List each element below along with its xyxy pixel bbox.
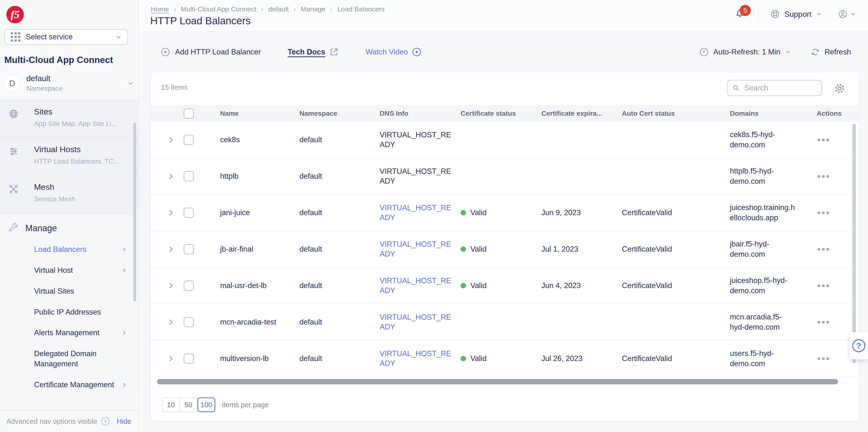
dns-info-link[interactable]: VIRTUAL_HOST_READY xyxy=(380,312,453,332)
column-header-auto-cert-status[interactable]: Auto Cert status xyxy=(622,110,730,118)
column-header-domains[interactable]: Domains xyxy=(730,110,817,118)
external-link-icon xyxy=(329,47,339,57)
actions-menu-button[interactable] xyxy=(817,209,849,217)
breadcrumb-item[interactable]: Multi-Cloud App Connect xyxy=(181,5,256,13)
row-checkbox[interactable] xyxy=(184,280,194,291)
product-title: Multi-Cloud App Connect xyxy=(4,55,138,65)
sidebar-item-sites[interactable]: Sites App Site Map, App Site Li... xyxy=(0,101,138,138)
sidebar-item-public-ip-addresses[interactable]: Public IP Addresses xyxy=(9,307,138,317)
auto-cert-status: CertificateValid xyxy=(622,354,730,363)
breadcrumb-home[interactable]: Home xyxy=(151,5,169,13)
row-checkbox[interactable] xyxy=(184,171,194,181)
sidebar-item-load-balancers[interactable]: Load Balancers xyxy=(9,244,138,255)
actions-menu-button[interactable] xyxy=(817,319,849,326)
status-dot xyxy=(461,356,466,361)
dns-info-link[interactable]: VIRTUAL_HOST_READY xyxy=(380,276,453,296)
breadcrumb-item[interactable]: default xyxy=(268,5,289,13)
status-dot xyxy=(461,246,466,252)
actions-menu-button[interactable] xyxy=(817,245,849,253)
row-checkbox[interactable] xyxy=(184,135,194,145)
sidebar-item-mesh[interactable]: Mesh Service Mesh xyxy=(0,176,138,214)
table-settings-button[interactable] xyxy=(834,83,845,95)
help-button[interactable] xyxy=(849,332,868,359)
table-vertical-scrollbar[interactable] xyxy=(852,124,856,363)
app-root: f5 Select service Multi-Cloud App Connec… xyxy=(0,0,868,432)
search-input[interactable] xyxy=(744,84,816,92)
page-size-10-button[interactable]: 10 xyxy=(162,397,180,412)
sidebar-item-label: Load Balancers xyxy=(34,244,121,255)
auto-refresh-dropdown[interactable]: Auto-Refresh: 1 Min xyxy=(699,47,791,57)
notifications-button[interactable]: 5 xyxy=(735,9,745,20)
tech-docs-label: Tech Docs xyxy=(288,48,325,57)
actions-menu-button[interactable] xyxy=(817,136,849,144)
row-checkbox[interactable] xyxy=(184,208,194,218)
breadcrumb-item[interactable]: Load Balancers xyxy=(337,5,385,13)
auto-refresh-label: Auto-Refresh: 1 Min xyxy=(713,48,780,57)
namespace-avatar: D xyxy=(4,75,20,91)
row-expander-icon[interactable] xyxy=(166,245,175,253)
sidebar-item-virtual-host[interactable]: Virtual Host xyxy=(9,265,138,275)
row-checkbox[interactable] xyxy=(184,244,194,254)
row-expander-icon[interactable] xyxy=(166,318,175,326)
sidebar-item-alerts-management[interactable]: Alerts Management xyxy=(9,328,138,338)
column-header-dns-info[interactable]: DNS Info xyxy=(380,110,461,118)
certificate-expiration: Jun 4, 2023 xyxy=(541,281,622,290)
select-service-dropdown[interactable]: Select service xyxy=(4,29,128,45)
actions-menu-button[interactable] xyxy=(817,282,849,290)
column-header-certificate-status[interactable]: Certificate status xyxy=(461,110,541,118)
info-icon xyxy=(101,417,110,426)
question-icon xyxy=(852,339,865,352)
lb-name: jb-air-final xyxy=(220,245,299,254)
column-header-certificate-expiration[interactable]: Certificate expira... xyxy=(541,110,622,118)
tech-docs-link[interactable]: Tech Docs xyxy=(288,47,339,57)
dns-info-link[interactable]: VIRTUAL_HOST_READY xyxy=(380,239,453,259)
row-checkbox[interactable] xyxy=(184,354,194,364)
column-header-namespace[interactable]: Namespace xyxy=(299,110,380,118)
breadcrumb-item[interactable]: Manage xyxy=(301,5,326,13)
chevron-down-icon xyxy=(850,11,856,17)
sidebar-item-virtual-sites[interactable]: Virtual Sites xyxy=(9,286,138,296)
row-expander-icon[interactable] xyxy=(166,172,175,180)
row-expander-icon[interactable] xyxy=(166,208,175,217)
toolbar-left: Add HTTP Load Balancer Tech Docs Watch V… xyxy=(160,47,422,57)
table-row: mal-usr-det-lb default VIRTUAL_HOST_READ… xyxy=(151,268,859,304)
logo-container: f5 xyxy=(0,0,138,23)
clock-icon xyxy=(699,47,709,57)
dns-info-link[interactable]: VIRTUAL_HOST_READY xyxy=(380,203,453,223)
namespace-selector[interactable]: D default Namespace xyxy=(4,74,134,100)
row-expander-icon[interactable] xyxy=(166,355,175,363)
row-checkbox[interactable] xyxy=(184,317,194,327)
sidebar-item-delegated-domain-management[interactable]: Delegated Domain Management xyxy=(9,348,138,369)
support-menu[interactable]: Support xyxy=(770,9,822,19)
page-size-100-button[interactable]: 100 xyxy=(197,397,215,412)
row-expander-icon[interactable] xyxy=(166,281,175,290)
page-size-50-button[interactable]: 50 xyxy=(180,397,197,412)
column-header-name[interactable]: Name xyxy=(220,110,299,118)
lb-namespace: default xyxy=(299,135,380,144)
table-horizontal-scrollbar[interactable] xyxy=(157,379,838,384)
watch-video-link[interactable]: Watch Video xyxy=(366,47,422,57)
select-all-checkbox[interactable] xyxy=(184,108,194,119)
actions-menu-button[interactable] xyxy=(817,355,849,363)
auto-cert-status: CertificateValid xyxy=(622,281,730,290)
search-box xyxy=(727,80,822,96)
user-icon xyxy=(838,9,847,19)
sidebar-item-certificate-management[interactable]: Certificate Management xyxy=(9,380,138,390)
certificate-expiration: Jul 1, 2023 xyxy=(541,245,622,254)
virtual-hosts-icon xyxy=(9,146,19,157)
sidebar-scrollbar[interactable] xyxy=(133,123,136,301)
sidebar-item-virtual-hosts[interactable]: Virtual Hosts HTTP Load Balancers, TC... xyxy=(0,138,138,176)
sidebar-item-label: Virtual Host xyxy=(34,265,121,275)
toolbar-right: Auto-Refresh: 1 Min Refresh xyxy=(699,47,851,57)
row-expander-icon[interactable] xyxy=(166,136,175,144)
account-menu[interactable] xyxy=(838,9,856,19)
dns-info-link[interactable]: VIRTUAL_HOST_READY xyxy=(380,349,453,369)
actions-menu-button[interactable] xyxy=(817,173,849,180)
domains: jbair.f5-hyd-demo.com xyxy=(730,239,796,259)
watch-video-label: Watch Video xyxy=(366,48,408,57)
play-circle-icon xyxy=(412,47,422,57)
hide-link[interactable]: Hide xyxy=(117,418,131,426)
refresh-button[interactable]: Refresh xyxy=(810,47,851,57)
add-http-load-balancer-button[interactable]: Add HTTP Load Balancer xyxy=(160,47,261,57)
certificate-status: Valid xyxy=(470,245,487,254)
